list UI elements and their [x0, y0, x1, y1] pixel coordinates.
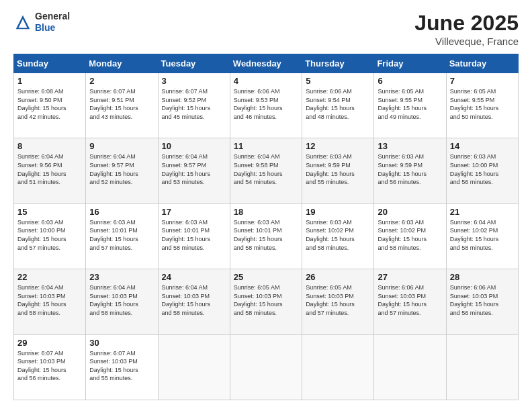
day-number: 24	[162, 272, 226, 282]
day-info: Sunrise: 6:04 AM Sunset: 9:56 PM Dayligh…	[17, 152, 82, 186]
calendar-cell: 16Sunrise: 6:03 AM Sunset: 10:01 PM Dayl…	[86, 203, 158, 269]
calendar-cell: 25Sunrise: 6:05 AM Sunset: 10:03 PM Dayl…	[230, 269, 302, 334]
day-info: Sunrise: 6:06 AM Sunset: 10:03 PM Daylig…	[378, 283, 442, 317]
calendar-cell: 27Sunrise: 6:06 AM Sunset: 10:03 PM Dayl…	[374, 269, 446, 334]
page-header: General Blue June 2025 Villeveque, Franc…	[13, 11, 519, 47]
calendar-cell: 1Sunrise: 6:08 AM Sunset: 9:50 PM Daylig…	[14, 73, 86, 138]
day-info: Sunrise: 6:05 AM Sunset: 9:55 PM Dayligh…	[450, 87, 515, 121]
day-info: Sunrise: 6:03 AM Sunset: 9:59 PM Dayligh…	[378, 152, 442, 186]
day-number: 4	[234, 76, 298, 86]
weekday-header-monday: Monday	[86, 54, 158, 73]
weekday-header-thursday: Thursday	[302, 54, 374, 73]
day-number: 3	[162, 76, 226, 86]
calendar-cell: 22Sunrise: 6:04 AM Sunset: 10:03 PM Dayl…	[14, 269, 86, 334]
day-info: Sunrise: 6:04 AM Sunset: 9:57 PM Dayligh…	[89, 152, 154, 186]
day-number: 20	[378, 207, 442, 217]
day-info: Sunrise: 6:04 AM Sunset: 10:03 PM Daylig…	[162, 283, 226, 317]
day-number: 25	[234, 272, 298, 282]
calendar-cell: 23Sunrise: 6:04 AM Sunset: 10:03 PM Dayl…	[86, 269, 158, 334]
day-info: Sunrise: 6:04 AM Sunset: 9:57 PM Dayligh…	[162, 152, 226, 186]
day-info: Sunrise: 6:08 AM Sunset: 9:50 PM Dayligh…	[17, 87, 82, 121]
logo: General Blue	[13, 11, 70, 34]
day-info: Sunrise: 6:03 AM Sunset: 10:00 PM Daylig…	[17, 218, 82, 252]
logo-general-text: General	[35, 11, 70, 22]
calendar-cell: 4Sunrise: 6:06 AM Sunset: 9:53 PM Daylig…	[230, 73, 302, 138]
logo-text: General Blue	[35, 11, 70, 34]
calendar-cell	[446, 334, 518, 400]
calendar-cell: 15Sunrise: 6:03 AM Sunset: 10:00 PM Dayl…	[14, 203, 86, 269]
day-number: 26	[306, 272, 370, 282]
day-number: 15	[17, 207, 82, 217]
week-row-3: 15Sunrise: 6:03 AM Sunset: 10:00 PM Dayl…	[14, 203, 519, 269]
calendar-cell: 3Sunrise: 6:07 AM Sunset: 9:52 PM Daylig…	[158, 73, 230, 138]
calendar-cell: 20Sunrise: 6:03 AM Sunset: 10:02 PM Dayl…	[374, 203, 446, 269]
day-info: Sunrise: 6:05 AM Sunset: 10:03 PM Daylig…	[306, 283, 370, 317]
calendar-cell	[230, 334, 302, 400]
calendar-cell: 26Sunrise: 6:05 AM Sunset: 10:03 PM Dayl…	[302, 269, 374, 334]
calendar-cell: 17Sunrise: 6:03 AM Sunset: 10:01 PM Dayl…	[158, 203, 230, 269]
day-number: 13	[378, 141, 442, 151]
day-info: Sunrise: 6:03 AM Sunset: 10:01 PM Daylig…	[162, 218, 226, 252]
day-info: Sunrise: 6:06 AM Sunset: 10:03 PM Daylig…	[450, 283, 515, 317]
day-number: 6	[378, 76, 442, 86]
calendar-cell: 5Sunrise: 6:06 AM Sunset: 9:54 PM Daylig…	[302, 73, 374, 138]
day-info: Sunrise: 6:07 AM Sunset: 10:03 PM Daylig…	[17, 349, 82, 383]
calendar-cell: 28Sunrise: 6:06 AM Sunset: 10:03 PM Dayl…	[446, 269, 518, 334]
day-info: Sunrise: 6:03 AM Sunset: 10:00 PM Daylig…	[450, 152, 515, 186]
day-number: 2	[89, 76, 154, 86]
day-number: 7	[450, 76, 515, 86]
day-info: Sunrise: 6:06 AM Sunset: 9:53 PM Dayligh…	[234, 87, 298, 121]
day-info: Sunrise: 6:07 AM Sunset: 10:03 PM Daylig…	[89, 349, 154, 383]
day-info: Sunrise: 6:03 AM Sunset: 10:02 PM Daylig…	[378, 218, 442, 252]
calendar-cell: 24Sunrise: 6:04 AM Sunset: 10:03 PM Dayl…	[158, 269, 230, 334]
weekday-header-wednesday: Wednesday	[230, 54, 302, 73]
day-info: Sunrise: 6:07 AM Sunset: 9:52 PM Dayligh…	[162, 87, 226, 121]
day-info: Sunrise: 6:04 AM Sunset: 10:03 PM Daylig…	[17, 283, 82, 317]
calendar-cell: 21Sunrise: 6:04 AM Sunset: 10:02 PM Dayl…	[446, 203, 518, 269]
day-info: Sunrise: 6:04 AM Sunset: 9:58 PM Dayligh…	[234, 152, 298, 186]
calendar-table: SundayMondayTuesdayWednesdayThursdayFrid…	[13, 54, 519, 400]
day-number: 9	[89, 141, 154, 151]
calendar-cell: 18Sunrise: 6:03 AM Sunset: 10:01 PM Dayl…	[230, 203, 302, 269]
weekday-header-row: SundayMondayTuesdayWednesdayThursdayFrid…	[14, 54, 519, 73]
week-row-2: 8Sunrise: 6:04 AM Sunset: 9:56 PM Daylig…	[14, 138, 519, 203]
week-row-4: 22Sunrise: 6:04 AM Sunset: 10:03 PM Dayl…	[14, 269, 519, 334]
day-number: 22	[17, 272, 82, 282]
logo-blue-text: Blue	[35, 22, 70, 34]
weekday-header-sunday: Sunday	[14, 54, 86, 73]
day-number: 12	[306, 141, 370, 151]
day-info: Sunrise: 6:06 AM Sunset: 9:54 PM Dayligh…	[306, 87, 370, 121]
day-number: 27	[378, 272, 442, 282]
day-info: Sunrise: 6:07 AM Sunset: 9:51 PM Dayligh…	[89, 87, 154, 121]
calendar-cell: 7Sunrise: 6:05 AM Sunset: 9:55 PM Daylig…	[446, 73, 518, 138]
calendar-cell: 6Sunrise: 6:05 AM Sunset: 9:55 PM Daylig…	[374, 73, 446, 138]
day-number: 23	[89, 272, 154, 282]
day-info: Sunrise: 6:03 AM Sunset: 10:01 PM Daylig…	[234, 218, 298, 252]
calendar-cell: 13Sunrise: 6:03 AM Sunset: 9:59 PM Dayli…	[374, 138, 446, 203]
weekday-header-friday: Friday	[374, 54, 446, 73]
calendar-cell: 19Sunrise: 6:03 AM Sunset: 10:02 PM Dayl…	[302, 203, 374, 269]
calendar-cell: 8Sunrise: 6:04 AM Sunset: 9:56 PM Daylig…	[14, 138, 86, 203]
calendar-title: June 2025	[414, 11, 519, 36]
day-info: Sunrise: 6:05 AM Sunset: 10:03 PM Daylig…	[234, 283, 298, 317]
day-info: Sunrise: 6:05 AM Sunset: 9:55 PM Dayligh…	[378, 87, 442, 121]
day-number: 28	[450, 272, 515, 282]
day-number: 11	[234, 141, 298, 151]
weekday-header-tuesday: Tuesday	[158, 54, 230, 73]
calendar-cell: 29Sunrise: 6:07 AM Sunset: 10:03 PM Dayl…	[14, 334, 86, 400]
calendar-cell: 10Sunrise: 6:04 AM Sunset: 9:57 PM Dayli…	[158, 138, 230, 203]
title-block: June 2025 Villeveque, France	[414, 11, 519, 47]
calendar-cell	[374, 334, 446, 400]
logo-icon	[13, 13, 32, 32]
week-row-1: 1Sunrise: 6:08 AM Sunset: 9:50 PM Daylig…	[14, 73, 519, 138]
calendar-cell	[302, 334, 374, 400]
day-number: 21	[450, 207, 515, 217]
day-number: 16	[89, 207, 154, 217]
day-number: 10	[162, 141, 226, 151]
day-number: 29	[17, 338, 82, 348]
calendar-page: General Blue June 2025 Villeveque, Franc…	[0, 0, 532, 411]
day-number: 5	[306, 76, 370, 86]
calendar-cell: 12Sunrise: 6:03 AM Sunset: 9:59 PM Dayli…	[302, 138, 374, 203]
calendar-cell	[158, 334, 230, 400]
day-number: 19	[306, 207, 370, 217]
